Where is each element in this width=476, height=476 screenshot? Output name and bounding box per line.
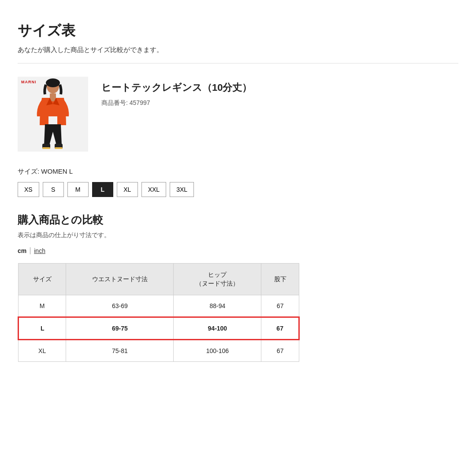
unit-divider [30, 247, 30, 254]
cell-hip-xl: 100-106 [174, 340, 261, 362]
product-section: MARNI [18, 77, 458, 152]
cell-size-l: L [19, 317, 66, 340]
col-header-size: サイズ [19, 264, 66, 295]
cell-size-xl: XL [19, 340, 66, 362]
cell-hip-m: 88-94 [174, 295, 261, 317]
product-illustration [18, 77, 88, 152]
size-btn-xxl[interactable]: XXL [141, 182, 166, 197]
size-btn-xs[interactable]: XS [18, 182, 39, 197]
svg-rect-7 [55, 147, 63, 149]
cell-waist-xl: 75-81 [66, 340, 174, 362]
cell-inseam-l: 67 [261, 317, 299, 340]
comparison-title: 購入商品との比較 [18, 213, 458, 227]
divider [18, 63, 458, 63]
size-btn-m[interactable]: M [67, 182, 89, 197]
unit-toggle: cm inch [18, 247, 458, 254]
page-subtitle: あなたが購入した商品とサイズ比較ができます。 [18, 46, 458, 54]
col-header-hip: ヒップ（ヌード寸法） [174, 264, 261, 295]
size-btn-l[interactable]: L [92, 182, 113, 197]
size-table: サイズ ウエストヌード寸法 ヒップ（ヌード寸法） 股下 M 63-69 88-9… [18, 263, 300, 362]
size-btn-s[interactable]: S [43, 182, 64, 197]
size-label: サイズ: WOMEN L [18, 167, 458, 176]
cell-waist-l: 69-75 [66, 317, 174, 340]
size-btn-3xl[interactable]: 3XL [170, 182, 194, 197]
product-info: ヒートテックレギンス（10分丈） 商品番号: 457997 [101, 77, 252, 107]
size-btn-xl[interactable]: XL [117, 182, 138, 197]
col-header-inseam: 股下 [261, 264, 299, 295]
table-row: XL 75-81 100-106 67 [19, 340, 299, 362]
cell-inseam-m: 67 [261, 295, 299, 317]
cell-inseam-xl: 67 [261, 340, 299, 362]
product-name: ヒートテックレギンス（10分丈） [101, 81, 252, 95]
svg-point-2 [46, 78, 60, 87]
cell-waist-m: 63-69 [66, 295, 174, 317]
product-image: MARNI [18, 77, 88, 152]
comparison-subtitle: 表示は商品の仕上がり寸法です。 [18, 231, 458, 239]
cell-hip-l: 94-100 [174, 317, 261, 340]
svg-rect-6 [42, 147, 50, 149]
unit-inch-label[interactable]: inch [34, 247, 45, 254]
brand-logo: MARNI [21, 80, 37, 84]
table-row-highlighted: L 69-75 94-100 67 [19, 317, 299, 340]
unit-cm-label[interactable]: cm [18, 247, 26, 254]
page-title: サイズ表 [18, 21, 458, 41]
cell-size-m: M [19, 295, 66, 317]
product-number: 商品番号: 457997 [101, 99, 252, 107]
size-buttons: XS S M L XL XXL 3XL [18, 182, 458, 197]
table-row: M 63-69 88-94 67 [19, 295, 299, 317]
col-header-waist: ウエストヌード寸法 [66, 264, 174, 295]
table-header-row: サイズ ウエストヌード寸法 ヒップ（ヌード寸法） 股下 [19, 264, 299, 295]
